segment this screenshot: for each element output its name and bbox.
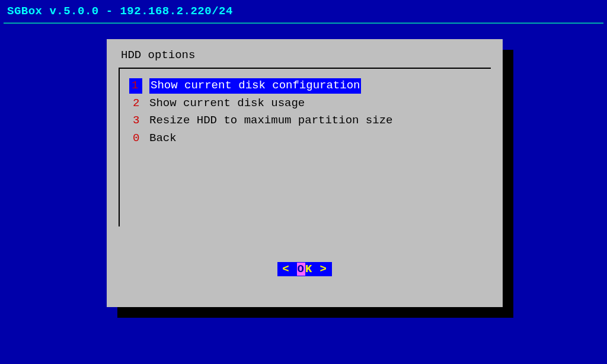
- dialog-title: HDD options: [121, 49, 491, 62]
- menu-label: Show current disk usage: [149, 96, 305, 111]
- ok-k: K: [305, 263, 312, 276]
- menu-item-back[interactable]: 0 Back: [129, 131, 480, 146]
- hdd-options-dialog: HDD options 1 Show current disk configur…: [107, 39, 503, 307]
- ok-button[interactable]: < OK >: [277, 262, 332, 276]
- menu-item-resize-hdd[interactable]: 3 Resize HDD to maximum partition size: [129, 113, 480, 129]
- menu-number: 0: [129, 131, 149, 146]
- app-header: SGBox v.5.0.0 - 192.168.2.220/24: [0, 0, 607, 23]
- ok-text: OK: [295, 263, 315, 276]
- ok-cursor: O: [297, 263, 305, 276]
- menu-box: 1 Show current disk configuration 2 Show…: [119, 68, 491, 226]
- menu-number: 3: [129, 113, 149, 129]
- button-bar: < OK >: [119, 262, 491, 276]
- menu-label: Back: [149, 131, 177, 146]
- angle-left: <: [277, 263, 294, 276]
- app-title: SGBox v.5.0.0 - 192.168.2.220/24: [7, 5, 233, 18]
- header-divider: [4, 23, 603, 24]
- menu-item-show-usage[interactable]: 2 Show current disk usage: [129, 96, 480, 111]
- menu-label: Show current disk configuration: [149, 78, 361, 94]
- menu-number: 2: [129, 96, 149, 111]
- angle-right: >: [315, 263, 331, 276]
- menu-item-show-config[interactable]: 1 Show current disk configuration: [129, 78, 480, 94]
- menu-number: 1: [129, 78, 142, 94]
- menu-label: Resize HDD to maximum partition size: [149, 113, 392, 129]
